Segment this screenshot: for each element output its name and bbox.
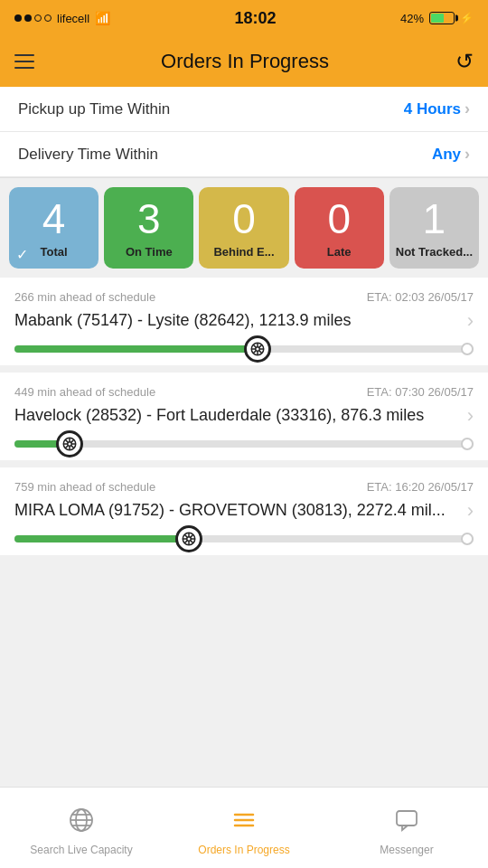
order-route[interactable]: Mabank (75147) - Lysite (82642), 1213.9 … bbox=[14, 309, 474, 333]
nav-item-orders-progress[interactable]: Orders In Progress bbox=[163, 799, 325, 856]
svg-line-8 bbox=[259, 344, 262, 347]
svg-line-6 bbox=[253, 344, 256, 347]
chat-nav-icon bbox=[393, 807, 420, 840]
pickup-chevron-icon: › bbox=[465, 99, 470, 118]
refresh-button[interactable]: ↺ bbox=[455, 49, 474, 74]
pickup-value: 4 Hours › bbox=[404, 99, 470, 118]
order-meta: 759 min ahead of schedule ETA: 16:20 26/… bbox=[14, 480, 474, 494]
tile-behind-number: 0 bbox=[232, 198, 256, 240]
svg-line-17 bbox=[71, 445, 74, 448]
tile-ontime[interactable]: 3 On Time bbox=[104, 187, 193, 269]
svg-line-18 bbox=[71, 439, 74, 442]
delivery-filter[interactable]: Delivery Time Within Any › bbox=[0, 132, 488, 177]
order-schedule: 759 min ahead of schedule bbox=[14, 480, 155, 494]
bottom-nav: Search Live Capacity Orders In Progress … bbox=[0, 787, 488, 868]
hamburger-button[interactable] bbox=[14, 54, 34, 69]
order-route-text: MIRA LOMA (91752) - GROVETOWN (30813), 2… bbox=[14, 501, 467, 520]
order-eta: ETA: 02:03 26/05/17 bbox=[367, 290, 474, 304]
page-title: Orders In Progress bbox=[161, 50, 329, 73]
wifi-icon: 📶 bbox=[95, 11, 110, 25]
nav-item-search-live[interactable]: Search Live Capacity bbox=[0, 799, 163, 856]
ham-line-3 bbox=[14, 67, 34, 69]
progress-end-marker bbox=[461, 438, 474, 450]
progress-thumb[interactable] bbox=[244, 335, 271, 363]
order-arrow-icon: › bbox=[467, 309, 474, 333]
nav-item-messenger[interactable]: Messenger bbox=[325, 799, 488, 856]
status-time: 18:02 bbox=[235, 9, 277, 28]
carrier-label: lifecell bbox=[57, 12, 89, 25]
order-meta: 449 min ahead of schedule ETA: 07:30 26/… bbox=[14, 385, 474, 399]
lines-nav-icon bbox=[230, 807, 258, 840]
header: Orders In Progress ↺ bbox=[0, 36, 488, 87]
svg-point-21 bbox=[187, 536, 192, 541]
tile-late-label: Late bbox=[327, 245, 352, 259]
tile-ontime-label: On Time bbox=[126, 245, 173, 259]
nav-label-messenger: Messenger bbox=[380, 844, 433, 856]
tile-total[interactable]: 4 Total ✓ bbox=[9, 187, 99, 269]
battery-percent: 42% bbox=[400, 12, 424, 25]
progress-end-marker bbox=[461, 533, 474, 545]
battery-icon bbox=[429, 12, 455, 24]
order-card: 266 min ahead of schedule ETA: 02:03 26/… bbox=[0, 278, 488, 365]
pickup-label: Pickup up Time Within bbox=[18, 100, 170, 118]
globe-nav-icon bbox=[68, 807, 95, 840]
tile-behind-label: Behind E... bbox=[213, 245, 274, 259]
order-eta: ETA: 07:30 26/05/17 bbox=[367, 385, 474, 399]
progress-end-marker bbox=[461, 343, 474, 355]
delivery-chevron-icon: › bbox=[465, 145, 470, 164]
bolt-icon: ⚡ bbox=[460, 12, 474, 24]
battery-tip bbox=[455, 15, 458, 22]
tile-behind[interactable]: 0 Behind E... bbox=[199, 187, 288, 269]
progress-thumb[interactable] bbox=[175, 525, 202, 552]
svg-line-26 bbox=[184, 534, 187, 537]
progress-fill bbox=[14, 345, 258, 353]
tile-nottracked-number: 1 bbox=[423, 198, 446, 240]
status-left: lifecell 📶 bbox=[14, 11, 110, 25]
tile-ontime-number: 3 bbox=[137, 198, 161, 240]
orders-list[interactable]: 266 min ahead of schedule ETA: 02:03 26/… bbox=[0, 278, 488, 797]
order-route-text: Mabank (75147) - Lysite (82642), 1213.9 … bbox=[14, 311, 467, 330]
wheel-icon bbox=[181, 531, 197, 547]
ham-line-2 bbox=[14, 61, 34, 62]
svg-line-16 bbox=[65, 439, 68, 442]
order-route[interactable]: Havelock (28532) - Fort Lauderdale (3331… bbox=[14, 404, 474, 428]
delivery-label: Delivery Time Within bbox=[18, 146, 158, 164]
order-meta: 266 min ahead of schedule ETA: 02:03 26/… bbox=[14, 290, 474, 304]
dot1 bbox=[14, 14, 22, 22]
dot2 bbox=[24, 14, 32, 22]
dot3 bbox=[34, 14, 42, 22]
order-schedule: 449 min ahead of schedule bbox=[14, 385, 155, 399]
pickup-filter[interactable]: Pickup up Time Within 4 Hours › bbox=[0, 87, 488, 132]
order-card: 759 min ahead of schedule ETA: 16:20 26/… bbox=[0, 467, 488, 555]
order-route[interactable]: MIRA LOMA (91752) - GROVETOWN (30813), 2… bbox=[14, 499, 474, 523]
svg-line-7 bbox=[259, 350, 262, 353]
status-right: 42% ⚡ bbox=[400, 12, 474, 25]
delivery-value: Any › bbox=[432, 145, 470, 164]
svg-point-1 bbox=[256, 346, 260, 351]
order-progress-bar[interactable] bbox=[14, 440, 474, 448]
order-eta: ETA: 16:20 26/05/17 bbox=[367, 480, 474, 494]
tile-nottracked-label: Not Tracked... bbox=[396, 245, 473, 259]
progress-thumb[interactable] bbox=[56, 430, 83, 458]
wheel-icon bbox=[61, 436, 78, 452]
tile-check-icon: ✓ bbox=[16, 246, 28, 263]
nav-label-orders-progress: Orders In Progress bbox=[198, 844, 289, 856]
nav-label-search-live: Search Live Capacity bbox=[30, 844, 132, 856]
signal-dots bbox=[14, 14, 52, 22]
status-tiles: 4 Total ✓ 3 On Time 0 Behind E... 0 Late… bbox=[0, 178, 488, 278]
order-progress-bar[interactable] bbox=[14, 345, 474, 353]
svg-point-11 bbox=[68, 441, 72, 446]
svg-line-28 bbox=[191, 534, 193, 537]
svg-line-27 bbox=[191, 540, 193, 542]
filters-section: Pickup up Time Within 4 Hours › Delivery… bbox=[0, 87, 488, 178]
order-schedule: 266 min ahead of schedule bbox=[14, 290, 155, 304]
svg-line-29 bbox=[184, 540, 187, 542]
dot4 bbox=[44, 14, 52, 22]
order-progress-bar[interactable] bbox=[14, 535, 474, 542]
svg-line-9 bbox=[253, 350, 256, 353]
tile-late[interactable]: 0 Late bbox=[295, 187, 384, 269]
svg-line-19 bbox=[65, 445, 68, 448]
svg-rect-38 bbox=[397, 811, 417, 826]
status-bar: lifecell 📶 18:02 42% ⚡ bbox=[0, 0, 488, 36]
tile-nottracked[interactable]: 1 Not Tracked... bbox=[389, 187, 479, 269]
